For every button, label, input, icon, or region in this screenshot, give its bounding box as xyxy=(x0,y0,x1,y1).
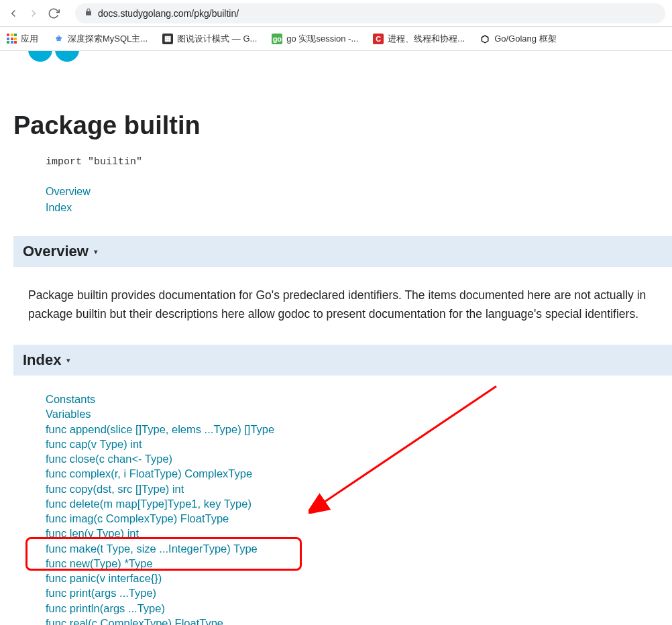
index-link[interactable]: func new(Type) *Type xyxy=(46,556,659,571)
reload-button[interactable] xyxy=(47,7,60,20)
index-section-header[interactable]: Index ▾ xyxy=(13,345,672,376)
apps-grid-icon xyxy=(7,34,17,44)
index-link[interactable]: func panic(v interface{}) xyxy=(46,571,659,585)
index-link[interactable]: func append(slice []Type, elems ...Type)… xyxy=(46,422,659,437)
address-bar[interactable]: docs.studygolang.com/pkg/builtin/ xyxy=(75,3,665,23)
index-link[interactable]: func imag(c ComplexType) FloatType xyxy=(46,511,659,526)
index-link[interactable]: Constants xyxy=(46,392,659,406)
page-nav: Overview Index xyxy=(0,173,672,236)
bookmark-item-golang[interactable]: ⬡ Go/Golang 框架 xyxy=(480,33,557,45)
page-title: Package builtin xyxy=(0,70,672,147)
apps-button[interactable]: 应用 xyxy=(7,33,38,45)
forward-button[interactable] xyxy=(27,7,40,20)
index-link[interactable]: func copy(dst, src []Type) int xyxy=(46,481,659,496)
go-logo-icon xyxy=(28,51,79,62)
index-link[interactable]: func len(v Type) int xyxy=(46,526,659,541)
bookmark-label: 深度探索MySQL主... xyxy=(68,33,148,45)
index-link[interactable]: func println(args ...Type) xyxy=(46,601,659,616)
lock-icon xyxy=(85,8,93,18)
bookmark-item-process[interactable]: C 进程、线程和协程... xyxy=(373,33,465,45)
nav-link-index[interactable]: Index xyxy=(46,200,659,216)
back-button[interactable] xyxy=(7,7,20,20)
index-link[interactable]: func close(c chan<- Type) xyxy=(46,451,659,466)
bookmark-item-session[interactable]: go go 实现session -... xyxy=(272,33,358,45)
overview-text: Package builtin provides documentation f… xyxy=(0,267,672,345)
index-link[interactable]: func cap(v Type) int xyxy=(46,437,659,451)
index-link[interactable]: func complex(r, i FloatType) ComplexType xyxy=(46,466,659,481)
overview-heading: Overview xyxy=(23,243,89,260)
bookmark-item-mysql[interactable]: ❀ 深度探索MySQL主... xyxy=(53,33,148,45)
bookmarks-bar: 应用 ❀ 深度探索MySQL主... ▦ 图说设计模式 — G... go go… xyxy=(0,27,672,51)
browser-toolbar: docs.studygolang.com/pkg/builtin/ xyxy=(0,0,672,27)
favicon-icon: ▦ xyxy=(162,34,173,44)
bookmark-item-design[interactable]: ▦ 图说设计模式 — G... xyxy=(162,33,257,45)
favicon-icon: go xyxy=(272,34,282,44)
url-text: docs.studygolang.com/pkg/builtin/ xyxy=(98,8,239,19)
bookmark-label: 图说设计模式 — G... xyxy=(177,33,257,45)
index-link[interactable]: func delete(m map[Type]Type1, key Type) xyxy=(46,496,659,511)
index-link[interactable]: Variables xyxy=(46,406,659,421)
index-heading: Index xyxy=(23,351,61,369)
bookmark-label: Go/Golang 框架 xyxy=(494,33,557,45)
favicon-icon: C xyxy=(373,34,384,44)
index-list: Constants Variables func append(slice []… xyxy=(0,376,672,625)
page-content: Package builtin import "builtin" Overvie… xyxy=(0,51,672,625)
bookmark-label: 进程、线程和协程... xyxy=(388,33,465,45)
nav-link-overview[interactable]: Overview xyxy=(46,184,659,200)
apps-label: 应用 xyxy=(21,33,38,45)
favicon-icon: ❀ xyxy=(53,34,64,44)
index-link[interactable]: func make(t Type, size ...IntegerType) T… xyxy=(46,541,659,556)
import-statement: import "builtin" xyxy=(0,147,672,173)
bookmark-label: go 实现session -... xyxy=(286,33,358,45)
index-link[interactable]: func real(c ComplexType) FloatType xyxy=(46,616,659,625)
collapse-icon: ▾ xyxy=(66,356,70,365)
header-partial xyxy=(0,51,672,70)
favicon-icon: ⬡ xyxy=(480,34,490,44)
index-link[interactable]: func print(args ...Type) xyxy=(46,585,659,600)
overview-section-header[interactable]: Overview ▾ xyxy=(13,236,672,267)
collapse-icon: ▾ xyxy=(94,247,98,256)
